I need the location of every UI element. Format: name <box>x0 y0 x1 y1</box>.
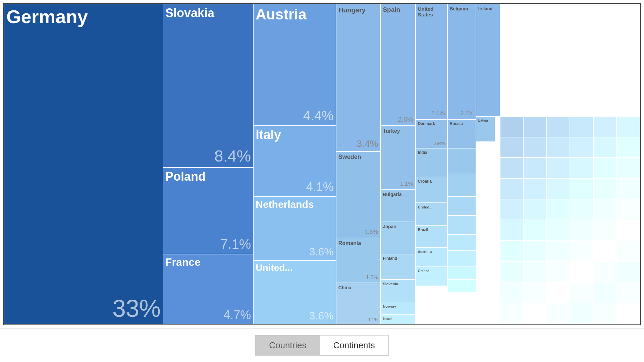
treemap-cell-bulgaria[interactable]: Bulgaria <box>380 190 415 222</box>
cell-pct-us: 2.5% <box>431 110 445 117</box>
treemap-cell-greece[interactable]: Greece <box>416 267 447 286</box>
cell-name-romania: Romania <box>338 240 378 246</box>
treemap-cell-slovenia[interactable]: Slovenia <box>380 280 415 302</box>
cell-name-united-small: United... <box>418 205 445 209</box>
cell-name-australia: Australia <box>418 250 445 254</box>
cell-name-denmark: Denmark <box>418 122 445 126</box>
cell-pct-turkey: 1.1% <box>400 181 413 187</box>
cell-name-slovenia: Slovenia <box>383 282 413 286</box>
treemap-cell-sm8[interactable] <box>447 280 476 292</box>
treemap-cell-brazil[interactable]: Brazil <box>416 225 447 248</box>
cell-pct-slovakia: 8.4% <box>214 147 251 165</box>
treemap-cell-france[interactable]: France 4.7% <box>163 254 253 324</box>
tab-countries[interactable]: Countries <box>256 336 320 355</box>
treemap-cell-china[interactable]: China 1.1% <box>336 283 381 324</box>
cell-name-sweden: Sweden <box>338 154 378 161</box>
treemap-cell-finland[interactable]: Finland <box>380 254 415 280</box>
treemap-cell-italy[interactable]: Italy 4.1% <box>253 126 336 196</box>
cell-pct-denmark: 0.94% <box>433 141 445 146</box>
treemap-cell-us[interactable]: United States 2.5% <box>416 4 447 119</box>
treemap-cell-japan[interactable]: Japan <box>380 222 415 254</box>
cell-name-germany: Germany <box>6 6 161 27</box>
treemap-cell-norway[interactable]: Norway <box>380 302 415 315</box>
cell-name-croatia: Croatia <box>418 179 445 184</box>
treemap-cell-sm3[interactable] <box>447 196 476 216</box>
cell-name-bulgaria: Bulgaria <box>383 192 413 197</box>
cell-name-israel: Israel <box>383 317 413 321</box>
cell-name-india: India <box>418 150 445 155</box>
treemap-cell-united-small[interactable]: United... <box>416 203 447 225</box>
cell-pct-belgium: 2.2% <box>461 110 474 117</box>
cell-name-slovakia: Slovakia <box>165 6 251 20</box>
cell-name-latvia: Latvia <box>478 119 493 122</box>
cell-name-turkey: Turkey <box>383 128 413 134</box>
cell-pct-austria: 4.4% <box>303 108 334 123</box>
treemap-cell-spain[interactable]: Spain 2.6% <box>380 4 415 126</box>
cell-name-austria: Austria <box>256 6 333 22</box>
cell-name-hungary: Hungary <box>338 6 378 14</box>
cell-pct-germany: 33% <box>112 295 161 322</box>
treemap-cell-israel[interactable]: Israel <box>380 315 415 324</box>
treemap-cell-latvia[interactable]: Latvia <box>476 116 495 142</box>
cell-pct-france: 4.7% <box>223 308 251 322</box>
cell-pct-hungary: 3.4% <box>357 138 378 149</box>
cell-name-france: France <box>165 256 251 268</box>
treemap-container: Germany 33% Slovakia 8.4% Poland 7.1% Fr… <box>3 3 641 325</box>
cell-name-spain: Spain <box>383 6 413 13</box>
cell-name-brazil: Brazil <box>418 228 445 232</box>
cell-name-norway: Norway <box>383 304 413 308</box>
page-container: Germany 33% Slovakia 8.4% Poland 7.1% Fr… <box>0 0 644 362</box>
tab-group: Countries Continents <box>255 335 389 356</box>
cell-pct-romania: 1.6% <box>366 275 378 281</box>
cell-name-russia: Russia <box>450 122 474 126</box>
cell-pct-sweden: 1.6% <box>364 229 378 236</box>
cell-name-japan: Japan <box>383 224 413 229</box>
treemap-cell-sm7[interactable] <box>447 267 476 280</box>
treemap-cell-netherlands[interactable]: Netherlands 3.6% <box>253 196 336 260</box>
treemap-cell-croatia[interactable]: Croatia <box>416 177 447 202</box>
cell-pct-united-kingdom: 3.6% <box>309 310 334 322</box>
cell-name-finland: Finland <box>383 256 413 261</box>
cell-name-italy: Italy <box>256 128 333 142</box>
treemap-cell-ireland[interactable]: Ireland <box>476 4 500 116</box>
treemap-cell-turkey[interactable]: Turkey 1.1% <box>380 126 415 190</box>
treemap-cell-australia[interactable]: Australia <box>416 248 447 267</box>
cell-name-united-kingdom: United... <box>256 263 333 273</box>
cell-name-ireland: Ireland <box>478 6 498 11</box>
treemap-cell-belgium[interactable]: Belgium 2.2% <box>447 4 476 119</box>
treemap-cell-russia[interactable]: Russia <box>447 119 476 148</box>
cell-name-netherlands: Netherlands <box>256 199 333 210</box>
cell-pct-netherlands: 3.6% <box>309 246 334 258</box>
treemap-cell-sm6[interactable] <box>447 251 476 267</box>
treemap-cell-germany[interactable]: Germany 33% <box>4 4 163 324</box>
cell-name-belgium: Belgium <box>450 6 474 11</box>
cell-name-poland: Poland <box>165 170 251 183</box>
treemap-cell-romania[interactable]: Romania 1.6% <box>336 238 381 283</box>
treemap-cell-slovakia[interactable]: Slovakia 8.4% <box>163 4 253 168</box>
treemap-cell-india[interactable]: India <box>416 148 447 177</box>
cell-name-greece: Greece <box>418 269 445 273</box>
treemap-cell-sweden[interactable]: Sweden 1.6% <box>336 152 381 238</box>
cell-name-us: United States <box>418 6 445 17</box>
cell-pct-spain: 2.6% <box>398 116 413 123</box>
treemap-cell-sm5[interactable] <box>447 235 476 251</box>
footer: Countries Continents <box>0 328 644 362</box>
treemap-cell-united-kingdom[interactable]: United... 3.6% <box>253 260 336 324</box>
treemap-cell-sm4[interactable] <box>447 216 476 235</box>
treemap-cell-sm1[interactable] <box>447 148 476 174</box>
treemap-cell-austria[interactable]: Austria 4.4% <box>253 4 336 126</box>
cell-pct-italy: 4.1% <box>306 180 334 194</box>
cell-name-china: China <box>338 285 378 290</box>
tab-continents[interactable]: Continents <box>320 336 388 355</box>
treemap-cell-denmark[interactable]: Denmark 0.94% <box>416 119 447 148</box>
treemap-cell-hungary[interactable]: Hungary 3.4% <box>336 4 381 152</box>
treemap: Germany 33% Slovakia 8.4% Poland 7.1% Fr… <box>4 4 640 324</box>
cell-pct-china: 1.1% <box>368 317 378 322</box>
cell-pct-poland: 7.1% <box>220 237 251 252</box>
treemap-cell-sm2[interactable] <box>447 174 476 196</box>
treemap-cell-poland[interactable]: Poland 7.1% <box>163 168 253 254</box>
